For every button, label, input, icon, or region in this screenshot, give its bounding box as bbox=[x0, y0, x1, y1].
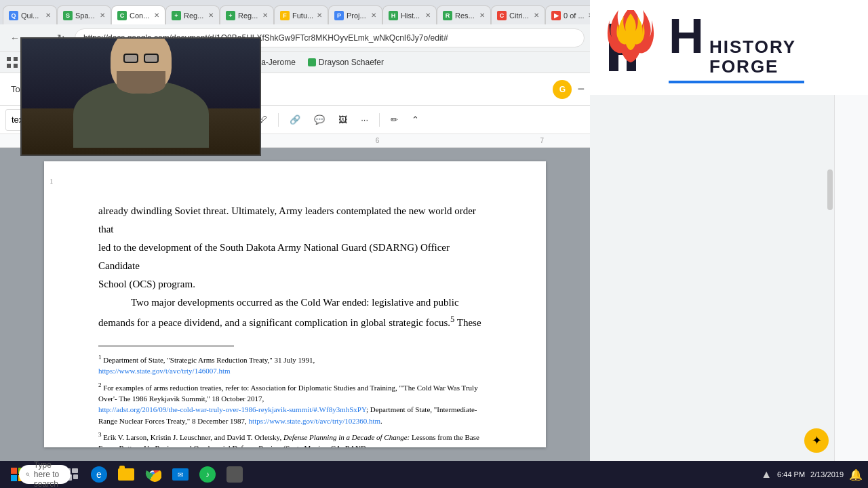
more-button[interactable]: ··· bbox=[355, 109, 374, 131]
brand-letter-h: H bbox=[669, 12, 704, 60]
tab-cit[interactable]: C Citri... ✕ bbox=[491, 5, 545, 24]
tab-bar: Q Qui... ✕ S Spa... ✕ C Con... ✕ + Reg..… bbox=[0, 0, 590, 24]
person-glasses bbox=[123, 54, 159, 63]
tab-pro[interactable]: P Proj... ✕ bbox=[328, 5, 382, 24]
svg-rect-9 bbox=[11, 475, 17, 481]
search-taskbar-button[interactable]: Type here to search bbox=[33, 462, 57, 487]
notification-icon[interactable]: 🔔 bbox=[849, 468, 863, 481]
brand-underline bbox=[669, 81, 804, 83]
tab-reg2[interactable]: + Reg... ✕ bbox=[220, 5, 274, 24]
tab-close-fut[interactable]: ✕ bbox=[317, 12, 322, 19]
tab-close-reg1[interactable]: ✕ bbox=[208, 12, 214, 19]
ai-suggest-button[interactable]: ✦ bbox=[804, 428, 829, 453]
doc-line-2: led to the development of the South Dako… bbox=[98, 239, 492, 275]
tab-label-spa: Spa... bbox=[75, 12, 97, 20]
svg-rect-13 bbox=[66, 468, 71, 473]
doc-line-3: School (OCS) program. bbox=[98, 275, 492, 293]
apps-button[interactable] bbox=[5, 56, 19, 69]
tab-close-qui[interactable]: ✕ bbox=[45, 12, 51, 19]
edge-browser-icon[interactable]: e bbox=[87, 462, 111, 487]
expand-toolbar-button[interactable]: ⌃ bbox=[406, 109, 425, 131]
tab-label-yt: 0 of ... bbox=[564, 12, 585, 20]
svg-rect-1 bbox=[14, 57, 18, 61]
bookmark-drayson[interactable]: Drayson Schaefer bbox=[304, 56, 388, 68]
footnote-3-pre: Erik V. Larson, Kristin J. Leuschner, an… bbox=[103, 433, 281, 441]
footnote-1-link[interactable]: https://www.state.gov/t/avc/trty/146007.… bbox=[98, 367, 231, 375]
tab-label-hist: Hist... bbox=[401, 12, 422, 20]
page-number: 1 bbox=[50, 175, 54, 188]
ruler-mark-7: 7 bbox=[540, 137, 544, 144]
user-avatar[interactable]: G bbox=[553, 80, 572, 99]
tab-label-con: Con... bbox=[130, 12, 151, 20]
tab-label-fut: Futu... bbox=[292, 12, 314, 20]
footnote-2-suffix1: ; Department of State, bbox=[366, 405, 432, 413]
tab-close-res[interactable]: ✕ bbox=[479, 12, 485, 19]
tab-reg1[interactable]: + Reg... ✕ bbox=[165, 5, 220, 24]
footnote-num-2: 2 bbox=[98, 382, 102, 388]
edit-mode-button[interactable]: ✏ bbox=[385, 109, 403, 131]
footnote-2-link1[interactable]: http://adst.org/2016/09/the-cold-war-tru… bbox=[98, 405, 366, 413]
footnote-2-text: For examples of arms reduction treaties,… bbox=[98, 383, 478, 403]
svg-line-12 bbox=[28, 475, 29, 476]
tab-close-hist[interactable]: ✕ bbox=[425, 12, 431, 19]
doc-page[interactable]: 1 already dwindling Soviet threat. Ultim… bbox=[44, 161, 546, 447]
tab-res[interactable]: R Res... ✕ bbox=[437, 5, 491, 24]
person-beard bbox=[117, 71, 165, 94]
tab-yt[interactable]: ▶ 0 of ... ✕ bbox=[545, 5, 590, 24]
tab-fut[interactable]: F Futu... ✕ bbox=[274, 5, 328, 24]
footnote-1: 1 Department of State, "Strategic Arms R… bbox=[98, 353, 492, 377]
minimize-button[interactable]: − bbox=[577, 82, 585, 96]
tab-favicon-qui: Q bbox=[9, 11, 18, 20]
tab-close-con[interactable]: ✕ bbox=[154, 12, 159, 19]
scrollbar[interactable] bbox=[826, 163, 834, 434]
doc-content-area: 1 already dwindling Soviet threat. Ultim… bbox=[0, 148, 590, 461]
tab-spa[interactable]: S Spa... ✕ bbox=[57, 5, 111, 24]
spotify-icon[interactable]: ♪ bbox=[195, 462, 220, 487]
app-icon-misc[interactable] bbox=[222, 462, 247, 487]
tab-close-reg2[interactable]: ✕ bbox=[262, 12, 268, 19]
brand-name-line1: HISTORY bbox=[709, 37, 796, 57]
tab-favicon-pro: P bbox=[334, 11, 344, 20]
footnote-3: 3 Erik V. Larson, Kristin J. Leuschner, … bbox=[98, 430, 492, 447]
tab-favicon-hist: H bbox=[389, 11, 398, 20]
person-head bbox=[111, 37, 172, 94]
footnote-1-text: Department of State, "Strategic Arms Red… bbox=[103, 356, 315, 364]
scrollbar-thumb[interactable] bbox=[827, 169, 833, 210]
tab-label-pro: Proj... bbox=[347, 12, 368, 20]
chrome-svg-icon bbox=[145, 466, 161, 483]
svg-rect-7 bbox=[11, 468, 17, 474]
tab-hist[interactable]: H Hist... ✕ bbox=[382, 5, 437, 24]
tab-close-pro[interactable]: ✕ bbox=[371, 12, 376, 19]
footnote-num-1: 1 bbox=[98, 354, 102, 361]
image-button[interactable]: 🖼 bbox=[333, 109, 353, 131]
svg-rect-3 bbox=[14, 64, 18, 68]
tab-label-reg1: Reg... bbox=[184, 12, 205, 20]
tab-close-cit[interactable]: ✕ bbox=[534, 12, 539, 19]
file-explorer-icon[interactable] bbox=[114, 462, 138, 487]
glass-left bbox=[123, 54, 138, 63]
tab-close-spa[interactable]: ✕ bbox=[100, 12, 105, 19]
fmt-divider-4 bbox=[278, 113, 279, 127]
tab-label-qui: Qui... bbox=[21, 12, 43, 20]
svg-point-11 bbox=[26, 473, 28, 475]
tab-qui[interactable]: Q Qui... ✕ bbox=[3, 5, 57, 24]
tab-favicon-reg1: + bbox=[172, 11, 181, 20]
svg-rect-2 bbox=[7, 64, 11, 68]
tab-con[interactable]: C Con... ✕ bbox=[111, 5, 165, 24]
taskbar-time: 6:44 PM bbox=[777, 470, 805, 479]
footnote-num-3: 3 bbox=[98, 431, 102, 438]
bookmark-label-drayson: Drayson Schaefer bbox=[319, 58, 384, 67]
task-view-button[interactable] bbox=[60, 462, 84, 487]
doc-line-5-text: demands for a peace dividend, and a sign… bbox=[98, 317, 450, 328]
tab-favicon-fut: F bbox=[280, 11, 290, 20]
link-button[interactable]: 🔗 bbox=[284, 109, 306, 131]
doc-line-4: Two major developments occurred as the C… bbox=[131, 293, 492, 312]
mail-icon[interactable]: ✉ bbox=[168, 462, 193, 487]
footnote-2-link2[interactable]: https://www.state.gov/t/avc/trty/102360.… bbox=[249, 417, 381, 425]
chrome-icon[interactable] bbox=[141, 462, 165, 487]
glass-right bbox=[144, 54, 159, 63]
footnote-divider bbox=[98, 346, 234, 346]
svg-rect-16 bbox=[73, 474, 78, 479]
comment-button[interactable]: 💬 bbox=[309, 109, 330, 131]
footnote-3-italic: Defense Planning in a Decade of Change: bbox=[283, 433, 410, 441]
